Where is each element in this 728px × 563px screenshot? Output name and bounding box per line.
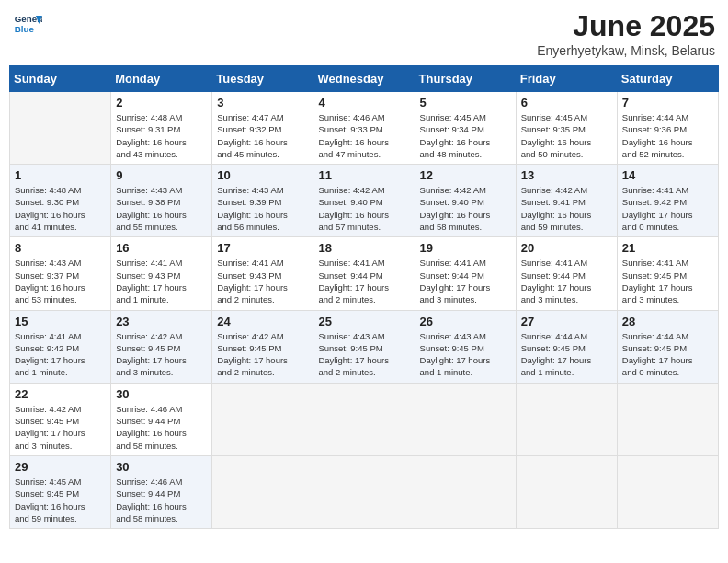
calendar-table: Sunday Monday Tuesday Wednesday Thursday… <box>9 65 719 529</box>
day-detail: Sunrise: 4:43 AMSunset: 9:45 PMDaylight:… <box>318 330 409 379</box>
day-cell: 14 Sunrise: 4:41 AMSunset: 9:42 PMDaylig… <box>617 165 718 237</box>
day-detail: Sunrise: 4:42 AMSunset: 9:45 PMDaylight:… <box>217 330 308 379</box>
day-cell: 15 Sunrise: 4:41 AMSunset: 9:42 PMDaylig… <box>10 310 111 383</box>
day-cell: 17 Sunrise: 4:41 AMSunset: 9:43 PMDaylig… <box>212 237 313 310</box>
day-number: 20 <box>521 241 612 255</box>
day-cell: 16 Sunrise: 4:41 AMSunset: 9:43 PMDaylig… <box>111 237 212 310</box>
day-cell: 18 Sunrise: 4:41 AMSunset: 9:44 PMDaylig… <box>313 237 415 310</box>
day-detail: Sunrise: 4:41 AMSunset: 9:42 PMDaylight:… <box>15 330 106 379</box>
day-number: 7 <box>622 96 713 109</box>
day-detail: Sunrise: 4:42 AMSunset: 9:40 PMDaylight:… <box>318 184 409 233</box>
col-thursday: Thursday <box>415 66 516 92</box>
day-detail: Sunrise: 4:48 AMSunset: 9:31 PMDaylight:… <box>116 111 207 160</box>
day-cell: 20 Sunrise: 4:41 AMSunset: 9:44 PMDaylig… <box>516 237 617 310</box>
day-cell: 5 Sunrise: 4:45 AMSunset: 9:34 PMDayligh… <box>415 92 516 165</box>
day-cell: 12 Sunrise: 4:42 AMSunset: 9:40 PMDaylig… <box>415 165 516 237</box>
day-number: 14 <box>622 168 713 182</box>
day-number: 27 <box>521 315 612 328</box>
page-header: General Blue June 2025 Enyerhyetykaw, Mi… <box>9 9 719 58</box>
day-detail: Sunrise: 4:43 AMSunset: 9:45 PMDaylight:… <box>420 330 511 379</box>
day-number: 9 <box>116 168 207 182</box>
svg-text:Blue: Blue <box>15 24 35 34</box>
day-cell: 29 Sunrise: 4:45 AMSunset: 9:45 PMDaylig… <box>10 455 111 528</box>
day-number: 6 <box>521 96 612 109</box>
col-wednesday: Wednesday <box>313 66 415 92</box>
empty-cell <box>516 383 617 455</box>
day-cell: 8 Sunrise: 4:43 AMSunset: 9:37 PMDayligh… <box>10 237 111 310</box>
day-cell: 9 Sunrise: 4:43 AMSunset: 9:38 PMDayligh… <box>111 165 212 237</box>
page-subtitle: Enyerhyetykaw, Minsk, Belarus <box>537 43 715 58</box>
day-cell: 24 Sunrise: 4:42 AMSunset: 9:45 PMDaylig… <box>212 310 313 383</box>
day-detail: Sunrise: 4:41 AMSunset: 9:43 PMDaylight:… <box>217 257 308 305</box>
week-row: 29 Sunrise: 4:45 AMSunset: 9:45 PMDaylig… <box>10 455 719 528</box>
day-cell: 10 Sunrise: 4:43 AMSunset: 9:39 PMDaylig… <box>212 165 313 237</box>
col-saturday: Saturday <box>617 66 718 92</box>
day-detail: Sunrise: 4:47 AMSunset: 9:32 PMDaylight:… <box>217 111 308 160</box>
day-number: 16 <box>116 241 207 255</box>
day-detail: Sunrise: 4:42 AMSunset: 9:45 PMDaylight:… <box>116 330 207 379</box>
day-detail: Sunrise: 4:41 AMSunset: 9:44 PMDaylight:… <box>521 257 612 305</box>
week-row: 2 Sunrise: 4:48 AMSunset: 9:31 PMDayligh… <box>10 92 719 165</box>
day-cell: 21 Sunrise: 4:41 AMSunset: 9:45 PMDaylig… <box>617 237 718 310</box>
day-number: 30 <box>116 460 207 474</box>
logo: General Blue <box>13 9 42 39</box>
day-number: 10 <box>217 168 308 182</box>
day-detail: Sunrise: 4:43 AMSunset: 9:38 PMDaylight:… <box>116 184 207 233</box>
empty-cell <box>212 383 313 455</box>
day-detail: Sunrise: 4:41 AMSunset: 9:45 PMDaylight:… <box>622 257 713 305</box>
week-row: 1 Sunrise: 4:48 AMSunset: 9:30 PMDayligh… <box>10 165 719 237</box>
col-monday: Monday <box>111 66 212 92</box>
empty-cell <box>516 455 617 528</box>
day-number: 17 <box>217 241 308 255</box>
day-cell: 3 Sunrise: 4:47 AMSunset: 9:32 PMDayligh… <box>212 92 313 165</box>
day-detail: Sunrise: 4:46 AMSunset: 9:33 PMDaylight:… <box>318 111 409 160</box>
day-detail: Sunrise: 4:43 AMSunset: 9:37 PMDaylight:… <box>15 257 106 305</box>
day-cell: 28 Sunrise: 4:44 AMSunset: 9:45 PMDaylig… <box>617 310 718 383</box>
empty-cell <box>313 383 415 455</box>
empty-cell <box>212 455 313 528</box>
title-area: June 2025 Enyerhyetykaw, Minsk, Belarus <box>537 9 715 58</box>
day-number: 12 <box>420 168 511 182</box>
day-detail: Sunrise: 4:45 AMSunset: 9:45 PMDaylight:… <box>15 476 106 524</box>
logo-icon: General Blue <box>13 9 42 39</box>
day-cell: 22 Sunrise: 4:42 AMSunset: 9:45 PMDaylig… <box>10 383 111 455</box>
col-sunday: Sunday <box>10 66 111 92</box>
day-cell: 27 Sunrise: 4:44 AMSunset: 9:45 PMDaylig… <box>516 310 617 383</box>
page-title: June 2025 <box>537 9 715 43</box>
day-cell: 30 Sunrise: 4:46 AMSunset: 9:44 PMDaylig… <box>111 383 212 455</box>
day-number: 4 <box>318 96 409 109</box>
day-number: 21 <box>622 241 713 255</box>
empty-cell <box>415 383 516 455</box>
day-cell: 1 Sunrise: 4:48 AMSunset: 9:30 PMDayligh… <box>10 165 111 237</box>
day-number: 2 <box>116 96 207 109</box>
col-friday: Friday <box>516 66 617 92</box>
day-number: 11 <box>318 168 409 182</box>
day-number: 24 <box>217 315 308 328</box>
day-cell: 2 Sunrise: 4:48 AMSunset: 9:31 PMDayligh… <box>111 92 212 165</box>
day-detail: Sunrise: 4:41 AMSunset: 9:44 PMDaylight:… <box>420 257 511 305</box>
day-number: 25 <box>318 315 409 328</box>
day-number: 3 <box>217 96 308 109</box>
day-number: 8 <box>15 241 106 255</box>
week-row: 15 Sunrise: 4:41 AMSunset: 9:42 PMDaylig… <box>10 310 719 383</box>
day-number: 5 <box>420 96 511 109</box>
day-cell: 7 Sunrise: 4:44 AMSunset: 9:36 PMDayligh… <box>617 92 718 165</box>
day-detail: Sunrise: 4:44 AMSunset: 9:36 PMDaylight:… <box>622 111 713 160</box>
day-detail: Sunrise: 4:44 AMSunset: 9:45 PMDaylight:… <box>521 330 612 379</box>
day-cell: 30 Sunrise: 4:46 AMSunset: 9:44 PMDaylig… <box>111 455 212 528</box>
empty-cell <box>617 383 718 455</box>
day-number: 26 <box>420 315 511 328</box>
day-number: 1 <box>15 168 106 182</box>
day-number: 23 <box>116 315 207 328</box>
day-detail: Sunrise: 4:46 AMSunset: 9:44 PMDaylight:… <box>116 476 207 524</box>
day-detail: Sunrise: 4:45 AMSunset: 9:35 PMDaylight:… <box>521 111 612 160</box>
day-number: 29 <box>15 460 106 474</box>
day-cell: 11 Sunrise: 4:42 AMSunset: 9:40 PMDaylig… <box>313 165 415 237</box>
day-detail: Sunrise: 4:44 AMSunset: 9:45 PMDaylight:… <box>622 330 713 379</box>
empty-cell <box>415 455 516 528</box>
day-detail: Sunrise: 4:46 AMSunset: 9:44 PMDaylight:… <box>116 403 207 452</box>
day-detail: Sunrise: 4:42 AMSunset: 9:40 PMDaylight:… <box>420 184 511 233</box>
empty-cell <box>617 455 718 528</box>
day-detail: Sunrise: 4:45 AMSunset: 9:34 PMDaylight:… <box>420 111 511 160</box>
day-number: 15 <box>15 315 106 328</box>
